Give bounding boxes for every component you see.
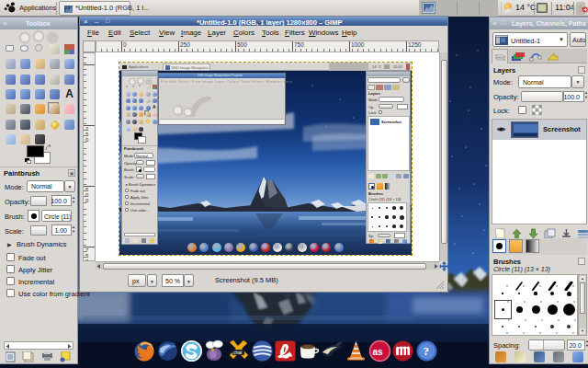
svg-text:as: as bbox=[372, 347, 383, 357]
svg-text:chat: chat bbox=[233, 350, 243, 355]
svg-text:?: ? bbox=[423, 344, 429, 358]
